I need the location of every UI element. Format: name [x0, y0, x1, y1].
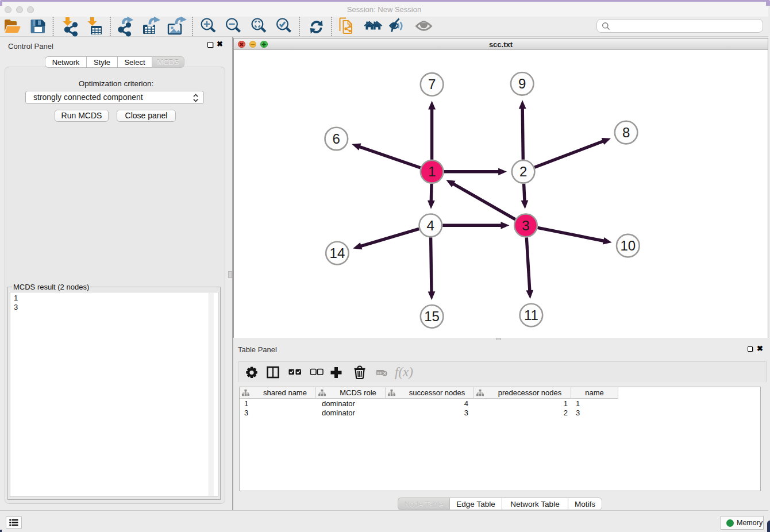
svg-text:6: 6 [333, 131, 340, 147]
svg-text:14: 14 [330, 245, 345, 261]
svg-text:11: 11 [524, 307, 538, 323]
svg-text:15: 15 [424, 309, 440, 324]
svg-text:8: 8 [622, 125, 630, 140]
svg-text:3: 3 [522, 218, 529, 233]
svg-text:4: 4 [427, 218, 434, 233]
svg-text:10: 10 [620, 238, 636, 253]
svg-text:f(x): f(x) [395, 365, 413, 379]
svg-text:1: 1 [428, 164, 436, 179]
svg-text:2: 2 [519, 164, 527, 179]
svg-text:7: 7 [428, 76, 436, 92]
svg-text:9: 9 [518, 76, 526, 91]
